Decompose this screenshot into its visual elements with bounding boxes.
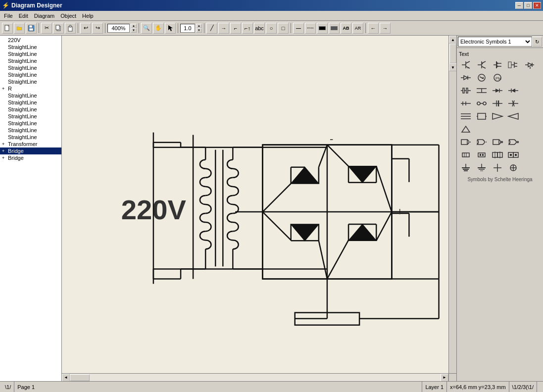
symbol-gate4[interactable]	[506, 136, 520, 148]
tree-item-sl9[interactable]: StraightLine	[0, 106, 61, 113]
symbol-mosfet[interactable]	[506, 59, 520, 71]
tree-item-sl10[interactable]: StraightLine	[0, 113, 61, 120]
symbol-npn[interactable]	[459, 59, 473, 71]
zoom-input[interactable]: 400%	[107, 24, 130, 33]
tree-item-220v[interactable]: 220V	[0, 37, 61, 44]
symbol-11[interactable]	[491, 98, 504, 109]
symbol-gnd1[interactable]	[459, 162, 473, 174]
symbol-14[interactable]	[475, 110, 489, 122]
symbol-power2[interactable]	[506, 162, 520, 174]
symbol-gate3[interactable]	[491, 136, 504, 148]
left-arrow-btn[interactable]: ←	[368, 23, 379, 34]
open-button[interactable]	[14, 23, 25, 34]
tree-item-sl1[interactable]: StraightLine	[0, 44, 61, 50]
tree-item-sl2[interactable]: StraightLine	[0, 50, 61, 57]
tree-expand-bridge1[interactable]: +	[2, 148, 7, 153]
minimize-button[interactable]: ─	[515, 2, 523, 9]
tree-item-transformer[interactable]: + Transformer	[0, 141, 61, 147]
symbol-5[interactable]	[459, 85, 473, 97]
symbol-2[interactable]	[459, 72, 473, 84]
tree-item-sl6[interactable]: StraightLine	[0, 78, 61, 85]
tree-item-bridge2[interactable]: + Bridge	[0, 154, 61, 161]
tree-item-sl3[interactable]: StraightLine	[0, 57, 61, 64]
symbol-gate2[interactable]	[475, 136, 489, 148]
linewidth-up-button[interactable]: ▲	[196, 24, 202, 28]
fill-color-btn[interactable]	[329, 23, 340, 34]
symbol-7[interactable]	[491, 85, 504, 97]
symbol-17[interactable]	[459, 123, 473, 135]
symbol-gate1[interactable]	[459, 136, 473, 148]
symbol-4[interactable]: PM	[491, 72, 504, 84]
text-tool[interactable]: abc	[254, 23, 265, 34]
horizontal-scrollbar[interactable]: ◄ ►	[62, 373, 448, 381]
menu-edit[interactable]: Edit	[16, 12, 31, 20]
zoom-down-button[interactable]: ▼	[131, 28, 137, 33]
right-arrow-btn[interactable]: →	[380, 23, 391, 34]
symbol-gnd2[interactable]	[475, 162, 489, 174]
tree-item-R[interactable]: + R	[0, 85, 61, 92]
tree-item-bridge1[interactable]: + Bridge	[0, 147, 61, 154]
menu-file[interactable]: File	[1, 12, 16, 20]
copy-button[interactable]	[53, 23, 64, 34]
vertical-scrollbar[interactable]: ▲ ▼	[448, 36, 456, 373]
cut-button[interactable]: ✂	[41, 23, 52, 34]
symbol-9[interactable]	[459, 98, 473, 109]
symbol-12[interactable]	[506, 98, 520, 109]
ellipse-tool[interactable]: ○	[266, 23, 277, 34]
symbol-conn4[interactable]	[506, 149, 520, 161]
symbol-13[interactable]	[459, 110, 473, 122]
tree-item-sl11[interactable]: StraightLine	[0, 120, 61, 127]
line-color-btn[interactable]	[317, 23, 328, 34]
scroll-up-button[interactable]: ▲	[449, 36, 456, 44]
menu-object[interactable]: Object	[57, 12, 79, 20]
scroll-left-button[interactable]: ◄	[62, 374, 70, 382]
zoom-up-button[interactable]: ▲	[131, 24, 137, 28]
save-button[interactable]	[26, 23, 37, 34]
scroll-thumb-v[interactable]	[449, 44, 456, 63]
tree-item-sl4[interactable]: StraightLine	[0, 64, 61, 71]
symbol-conn2[interactable]	[475, 149, 489, 161]
font-btn[interactable]: AB	[341, 23, 351, 34]
search-button[interactable]: 🔍	[141, 23, 152, 34]
scroll-right-button[interactable]: ►	[441, 374, 448, 382]
tree-item-sl7[interactable]: StraightLine	[0, 92, 61, 99]
symbols-dropdown[interactable]: Electronic Symbols 1 Electronic Symbols …	[458, 37, 532, 47]
symbol-fet[interactable]	[491, 59, 504, 71]
curved-connector-tool[interactable]: ⌐↑	[242, 23, 253, 34]
symbol-8[interactable]	[506, 85, 520, 97]
symbol-pnp[interactable]	[475, 59, 489, 71]
new-button[interactable]	[2, 23, 13, 34]
arrow-tool[interactable]: →	[218, 23, 229, 34]
tree-expand-transformer[interactable]: +	[2, 142, 7, 147]
symbol-thyristor[interactable]	[522, 59, 536, 71]
symbol-power1[interactable]	[491, 162, 504, 174]
solid-line-btn[interactable]: ─	[293, 23, 304, 34]
symbol-conn3[interactable]	[491, 149, 504, 161]
tree-expand-R[interactable]: +	[2, 86, 7, 91]
symbols-refresh-button[interactable]: ↻	[532, 37, 542, 47]
linewidth-down-button[interactable]: ▼	[196, 28, 202, 33]
maximize-button[interactable]: □	[524, 2, 532, 9]
symbol-10[interactable]	[475, 98, 489, 109]
tree-item-sl8[interactable]: StraightLine	[0, 99, 61, 106]
symbol-conn1[interactable]	[459, 149, 473, 161]
scroll-thumb-h[interactable]	[70, 374, 90, 381]
linewidth-input[interactable]: 1.0	[180, 24, 195, 33]
symbol-15[interactable]	[491, 110, 504, 122]
undo-button[interactable]: ↩	[80, 23, 91, 34]
symbol-16[interactable]	[506, 110, 520, 122]
symbol-6[interactable]	[475, 85, 489, 97]
tree-item-sl12[interactable]: StraightLine	[0, 127, 61, 134]
font-size-btn[interactable]: AR	[352, 23, 363, 34]
rect-tool[interactable]: □	[278, 23, 289, 34]
paste-button[interactable]	[65, 23, 76, 34]
symbol-3[interactable]	[475, 72, 489, 84]
tree-expand-bridge2[interactable]: +	[2, 155, 7, 160]
hand-tool[interactable]: ✋	[153, 23, 164, 34]
tree-item-sl13[interactable]: StraightLine	[0, 134, 61, 141]
select-tool[interactable]	[165, 23, 176, 34]
scroll-down-button[interactable]: ▼	[449, 63, 456, 71]
line-tool[interactable]: ╱	[206, 23, 217, 34]
dash-line-btn[interactable]: ╌─	[305, 23, 316, 34]
close-button[interactable]: ✕	[533, 2, 541, 9]
